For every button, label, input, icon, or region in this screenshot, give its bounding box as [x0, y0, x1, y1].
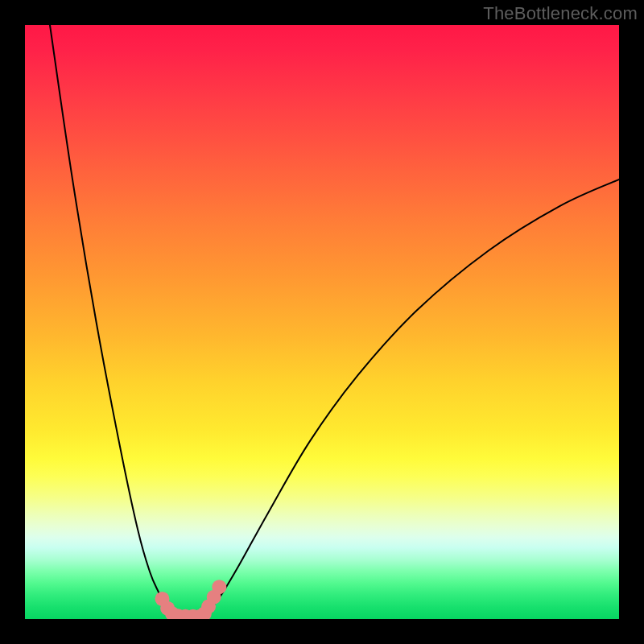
plot-area	[25, 25, 619, 619]
watermark-text: TheBottleneck.com	[483, 3, 638, 24]
curve-left	[50, 25, 174, 617]
marker-right-point	[212, 580, 226, 594]
series-layer	[50, 25, 619, 619]
outer-frame: TheBottleneck.com	[0, 0, 644, 644]
chart-svg	[25, 25, 619, 619]
curve-right	[203, 180, 619, 617]
